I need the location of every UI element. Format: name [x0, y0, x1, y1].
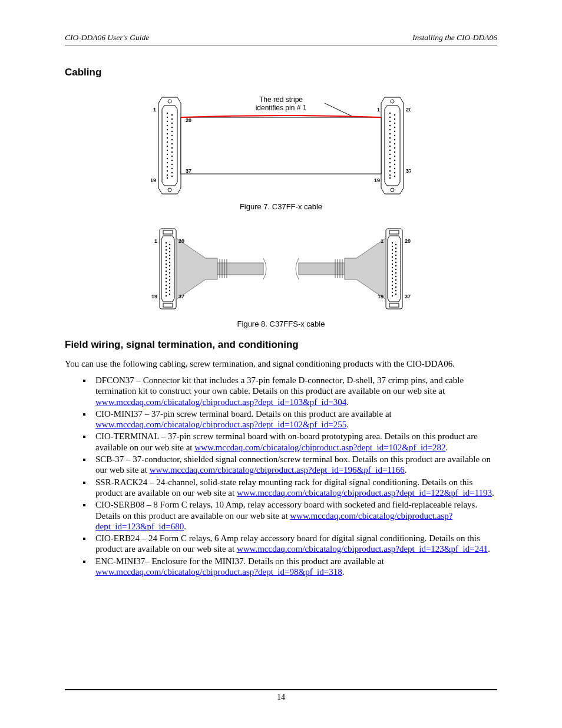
product-link[interactable]: www.mccdaq.com/cbicatalog/cbiproduct.asp…	[95, 420, 346, 429]
svg-point-26	[171, 143, 173, 144]
svg-point-126	[392, 274, 393, 275]
svg-point-100	[169, 248, 170, 249]
svg-point-119	[392, 249, 393, 251]
svg-point-133	[395, 244, 396, 245]
svg-point-85	[166, 249, 167, 251]
svg-point-108	[169, 276, 170, 277]
svg-text:19: 19	[151, 294, 157, 299]
svg-point-2	[167, 113, 168, 114]
svg-point-139	[395, 265, 396, 266]
svg-point-105	[169, 265, 170, 266]
svg-point-124	[392, 267, 393, 268]
svg-point-50	[389, 166, 391, 167]
svg-text:20: 20	[186, 117, 191, 123]
svg-point-12	[167, 154, 168, 155]
svg-point-60	[394, 139, 395, 140]
svg-point-29	[171, 156, 173, 157]
svg-point-37	[389, 113, 391, 114]
svg-line-71	[325, 103, 352, 116]
svg-point-125	[392, 271, 393, 272]
svg-point-63	[394, 151, 395, 153]
svg-text:19: 19	[378, 294, 384, 299]
svg-text:37: 37	[186, 168, 191, 174]
list-item: CIO-TERMINAL – 37-pin screw terminal boa…	[92, 431, 497, 453]
svg-point-64	[394, 156, 395, 157]
svg-point-134	[395, 248, 396, 249]
product-link[interactable]: www.mccdaq.com/cbicatalog/cbiproduct.asp…	[150, 465, 405, 475]
svg-point-99	[169, 244, 170, 245]
svg-point-127	[392, 278, 393, 279]
product-link[interactable]: www.mccdaq.com/cbicatalog/cbiproduct.asp…	[95, 511, 452, 531]
svg-point-5	[167, 125, 168, 126]
svg-point-20	[171, 118, 173, 120]
svg-point-128	[392, 281, 393, 282]
product-link[interactable]: www.mccdaq.com/cbicatalog/cbiproduct.asp…	[95, 397, 346, 407]
svg-point-141	[395, 272, 396, 274]
svg-point-18	[167, 177, 168, 179]
product-link[interactable]: www.mccdaq.com/cbicatalog/cbiproduct.asp…	[194, 443, 445, 452]
svg-point-14	[167, 162, 168, 163]
svg-point-130	[392, 288, 393, 289]
svg-point-98	[166, 295, 167, 297]
svg-point-135	[395, 251, 396, 252]
figure-7-svg: The red stripe identifies pin # 1 1 19 2…	[151, 87, 411, 199]
svg-point-110	[169, 283, 170, 284]
product-list: DFCON37 – Connector kit that includes a …	[65, 375, 497, 577]
svg-point-30	[171, 160, 173, 161]
svg-point-121	[392, 256, 393, 258]
figure-7: The red stripe identifies pin # 1 1 19 2…	[65, 87, 497, 211]
svg-point-48	[389, 158, 391, 159]
svg-text:19: 19	[151, 177, 156, 183]
svg-point-41	[389, 129, 391, 130]
svg-point-96	[166, 288, 167, 289]
header-right: Installing the CIO-DDA06	[412, 33, 497, 42]
svg-point-145	[395, 286, 396, 288]
svg-point-101	[169, 251, 170, 252]
svg-point-117	[392, 242, 393, 243]
svg-point-8	[167, 137, 168, 139]
svg-point-23	[171, 131, 173, 132]
svg-point-53	[389, 177, 391, 179]
svg-point-89	[166, 263, 167, 265]
heading-cabling: Cabling	[65, 67, 497, 78]
svg-point-122	[392, 260, 393, 261]
svg-point-16	[167, 170, 168, 172]
svg-point-45	[389, 146, 391, 147]
svg-point-38	[389, 117, 391, 118]
svg-point-7	[167, 133, 168, 134]
svg-point-66	[394, 164, 395, 165]
svg-text:20: 20	[178, 238, 184, 244]
svg-point-40	[389, 125, 391, 126]
svg-point-65	[394, 160, 395, 161]
product-link[interactable]: www.mccdaq.com/cbicatalog/cbiproduct.asp…	[237, 544, 488, 554]
svg-point-62	[394, 147, 395, 149]
svg-point-52	[389, 174, 391, 176]
svg-text:37: 37	[405, 294, 411, 299]
svg-point-10	[167, 146, 168, 147]
svg-point-34	[171, 176, 173, 177]
svg-point-68	[394, 172, 395, 173]
svg-point-138	[395, 262, 396, 263]
figure-8-caption: Figure 8. C37FFS-x cable	[237, 319, 325, 328]
svg-text:37: 37	[406, 168, 411, 174]
svg-point-144	[395, 283, 396, 284]
svg-point-42	[389, 133, 391, 134]
svg-point-106	[169, 269, 170, 270]
list-item: CIO-ERB24 – 24 Form C relays, 6 Amp rela…	[92, 533, 497, 555]
svg-point-61	[394, 143, 395, 144]
figure-8-svg: 1 19 20 37 1 19 20 37	[151, 222, 411, 316]
svg-point-49	[389, 162, 391, 163]
page-number: 14	[65, 693, 497, 702]
svg-point-95	[166, 285, 167, 286]
svg-point-21	[171, 123, 173, 124]
svg-point-32	[171, 168, 173, 169]
product-link[interactable]: www.mccdaq.com/cbicatalog/cbiproduct.asp…	[95, 567, 342, 577]
svg-rect-70	[181, 117, 381, 174]
svg-point-28	[171, 151, 173, 153]
svg-point-15	[167, 166, 168, 167]
svg-text:1: 1	[153, 107, 156, 113]
svg-point-91	[166, 271, 167, 272]
product-link[interactable]: www.mccdaq.com/cbicatalog/cbiproduct.asp…	[237, 488, 492, 498]
svg-point-13	[167, 158, 168, 159]
svg-point-93	[166, 278, 167, 279]
